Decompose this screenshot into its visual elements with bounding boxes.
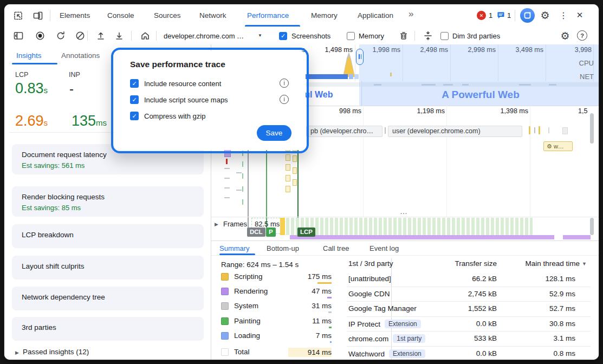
net-bar-fragment [354,74,359,79]
load-profile-icon[interactable] [94,29,107,42]
lcp-marker-badge[interactable]: LCP [297,227,315,237]
track-scrollbar-thumb[interactable] [590,113,594,144]
insight-card-3rd-parties[interactable]: 3rd parties [12,317,204,341]
inp-value: - [69,81,74,96]
tab-elements[interactable]: Elements [60,4,90,27]
close-icon[interactable]: ✕ [573,9,586,21]
tab-performance[interactable]: Performance [247,4,289,27]
party-name: Google Tag Manager [348,304,417,313]
tab-event-log[interactable]: Event log [369,244,399,252]
table-row-separator [347,331,591,332]
dim-3rd-parties-checkbox[interactable] [440,32,449,40]
main-thread-time: 52.9 ms [498,290,575,298]
issue-count[interactable]: 1 [507,11,511,20]
layout-shifts-bar[interactable] [290,235,554,239]
inspect-element-icon[interactable] [12,9,25,22]
dcl-marker-badge[interactable]: DCL [247,227,265,237]
legend-value: 11 ms [288,317,332,325]
legend-value: 47 ms [288,287,332,295]
frames-expander-icon[interactable]: ▶ [215,222,218,227]
save-button-label: Save [266,129,283,137]
network-request-pill[interactable]: pb (developer.chro… [306,126,382,137]
info-icon[interactable]: i [280,79,289,88]
sidebar-tab-insights[interactable]: Insights [16,51,42,60]
more-tabs-icon[interactable]: » [409,9,413,20]
partial-frame-bar[interactable] [280,218,285,235]
waterfall-yellow-chip [286,154,290,161]
tabbar-divider-2 [515,10,515,21]
legend-swatch [221,302,229,310]
garbage-collect-icon[interactable] [397,29,410,42]
network-request-pill[interactable]: user (developer.chrome.com) [388,126,522,137]
tab-network[interactable]: Network [199,4,226,27]
table-header-party[interactable]: 1st / 3rd party [348,259,393,268]
option-row-source-maps: ✓ Include script source maps i [130,95,293,105]
save-trace-dialog: Save performance trace ✓ Include resourc… [111,48,309,153]
console-errors-icon[interactable]: ✕ [477,11,486,20]
kebab-menu-icon[interactable]: ⋮ [558,9,569,21]
passed-insights-row[interactable]: ▶Passed insights (12) [15,348,89,356]
settings-gear-icon[interactable]: ⚙ [539,9,552,22]
info-icon[interactable]: i [280,95,289,104]
tab-application[interactable]: Application [358,4,393,27]
handle-grip [359,54,360,59]
page-selector[interactable]: developer.chrome.com … [164,32,244,40]
table-header-size[interactable]: Transfer size [432,259,497,268]
toggle-sidebar-icon[interactable] [12,29,25,42]
tab-call-tree[interactable]: Call tree [323,244,349,252]
save-button[interactable]: Save [257,125,291,141]
error-count[interactable]: 1 [489,11,492,20]
tab-memory[interactable]: Memory [311,4,338,27]
waterfall-yellow-chip [293,155,297,162]
source-maps-checkbox[interactable]: ✓ [130,95,139,104]
paint-marker-badge[interactable]: P [266,227,276,237]
tab-bottom-up[interactable]: Bottom-up [267,244,299,252]
help-icon[interactable]: ? [577,30,587,41]
issues-icon[interactable] [497,11,505,20]
reload-record-icon[interactable] [54,29,67,42]
selection-drag-handle[interactable] [356,49,364,65]
frame-duration-label: 82.5 ms [255,220,280,228]
tab-sources[interactable]: Sources [154,4,181,27]
check-glyph: ✓ [132,80,137,87]
insight-card-render-blocking[interactable]: Render blocking requestsEst savings: 85 … [12,186,204,217]
passed-insights-label: Passed insights (12) [23,348,89,356]
save-profile-icon[interactable] [113,29,126,42]
tab-console[interactable]: Console [107,4,134,27]
legend-swatch [221,348,229,356]
legend-swatch [221,317,229,325]
frames-scrollbar-thumb[interactable] [590,218,594,235]
sort-desc-icon[interactable]: ▼ [582,261,587,266]
memory-checkbox[interactable] [347,32,355,40]
waterfall-gray-mark [224,197,230,198]
clear-icon[interactable] [74,29,87,42]
main-thread-time: 52.7 ms [498,304,575,313]
table-header-time[interactable]: Main thread time [498,259,580,268]
insight-card-lcp-breakdown[interactable]: LCP breakdown [12,224,204,248]
long-task-chip[interactable]: ⚙ w… [543,141,573,151]
isolate-selection-icon[interactable] [422,29,435,42]
sidebar-tab-annotations[interactable]: Annotations [61,51,100,60]
secondary-metric-right: 135ms [72,113,107,129]
insight-card-layout-shift[interactable]: Layout shift culprits [12,256,204,280]
toolbar-divider-2 [131,31,132,41]
track-overflow-dots[interactable]: … [400,207,408,216]
panel-settings-gear-icon[interactable]: ⚙ [559,29,572,42]
lcp-value: 0.83s [15,80,48,97]
tab-summary[interactable]: Summary [219,244,250,252]
home-icon[interactable] [139,29,152,42]
request-tick [562,127,568,134]
request-tick [548,127,549,133]
devtools-feature-icon[interactable] [520,8,535,23]
frames-strip[interactable] [286,218,533,235]
transfer-size: 1,552 kB [432,304,497,313]
insight-card-network-tree[interactable]: Network dependency tree [12,287,204,310]
screenshots-checkbox[interactable]: ✓ [279,32,287,40]
page-selector-caret-icon[interactable]: ▼ [258,33,262,38]
resource-content-checkbox[interactable]: ✓ [130,79,139,88]
record-icon[interactable] [34,29,47,42]
option-label: Include resource content [144,80,221,88]
layout-shifts-bar[interactable] [563,235,591,239]
gzip-checkbox[interactable]: ✓ [130,112,139,120]
device-toolbar-icon[interactable] [31,9,44,22]
